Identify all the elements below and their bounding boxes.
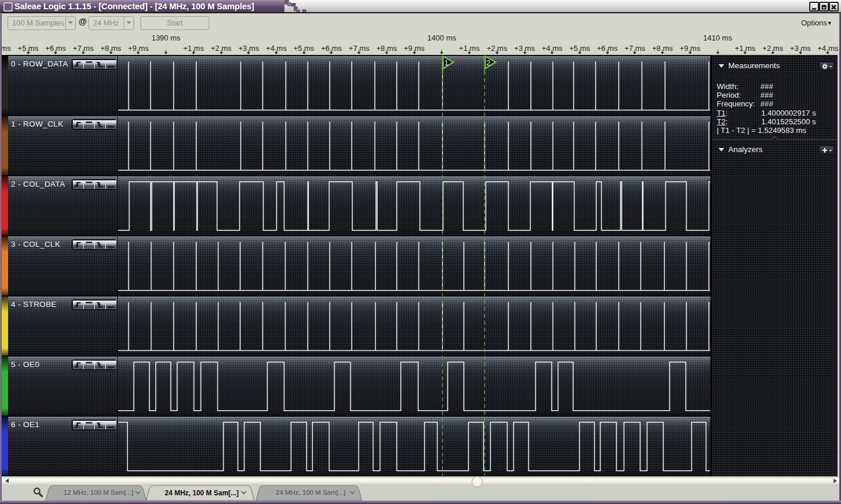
svg-text:2: 2 xyxy=(487,59,491,67)
svg-text:1: 1 xyxy=(444,59,449,67)
svg-text:12 MHz, 100 M Sam[...]: 12 MHz, 100 M Sam[...] xyxy=(64,489,134,496)
svg-text:24 MHz, 100 M Sam[...]: 24 MHz, 100 M Sam[...] xyxy=(165,489,239,497)
svg-text:24 MHz, 100 M Sam[...]: 24 MHz, 100 M Sam[...] xyxy=(276,489,346,496)
